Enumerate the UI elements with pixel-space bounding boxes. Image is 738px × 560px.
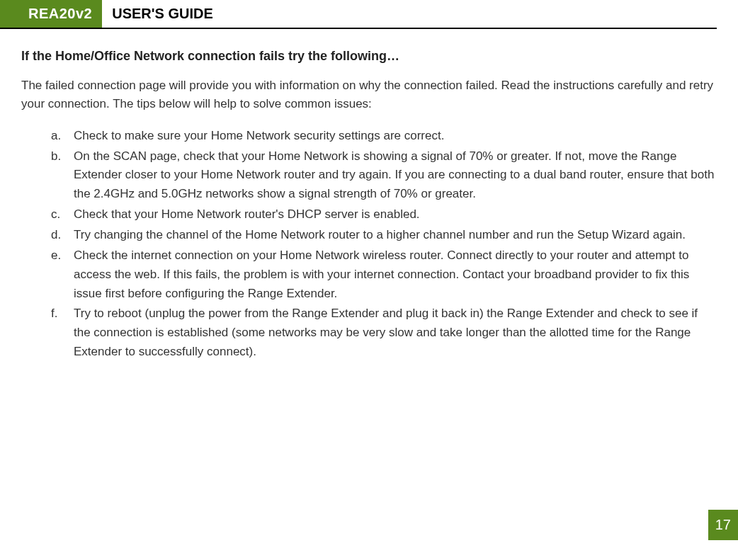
list-text: Check that your Home Network router's DH… xyxy=(74,207,420,221)
list-text: Check the internet connection on your Ho… xyxy=(74,248,689,300)
list-item: f. Try to reboot (unplug the power from … xyxy=(51,304,717,362)
product-badge: REA20v2 xyxy=(21,0,102,28)
list-item: d. Try changing the channel of the Home … xyxy=(51,226,717,245)
list-item: a. Check to make sure your Home Network … xyxy=(51,127,717,146)
list-text: On the SCAN page, check that your Home N… xyxy=(74,149,714,201)
tips-list: a. Check to make sure your Home Network … xyxy=(21,127,717,362)
list-marker: c. xyxy=(51,205,60,224)
page-header: REA20v2 USER'S GUIDE xyxy=(0,0,717,29)
list-marker: f. xyxy=(51,304,57,324)
list-item: c. Check that your Home Network router's… xyxy=(51,205,717,224)
guide-title: USER'S GUIDE xyxy=(102,0,223,28)
list-marker: d. xyxy=(51,226,61,245)
list-text: Check to make sure your Home Network sec… xyxy=(74,129,444,142)
header-spacer xyxy=(0,0,21,28)
page-number: 17 xyxy=(708,510,738,540)
section-heading: If the Home/Office Network connection fa… xyxy=(21,49,717,64)
list-text: Try changing the channel of the Home Net… xyxy=(74,228,686,241)
list-text: Try to reboot (unplug the power from the… xyxy=(74,307,698,358)
list-item: e. Check the internet connection on your… xyxy=(51,246,717,304)
page-content: If the Home/Office Network connection fa… xyxy=(0,29,738,362)
list-marker: b. xyxy=(51,147,61,166)
list-item: b. On the SCAN page, check that your Hom… xyxy=(51,147,717,205)
list-marker: a. xyxy=(51,127,61,146)
intro-paragraph: The failed connection page will provide … xyxy=(21,76,717,114)
list-marker: e. xyxy=(51,246,61,265)
